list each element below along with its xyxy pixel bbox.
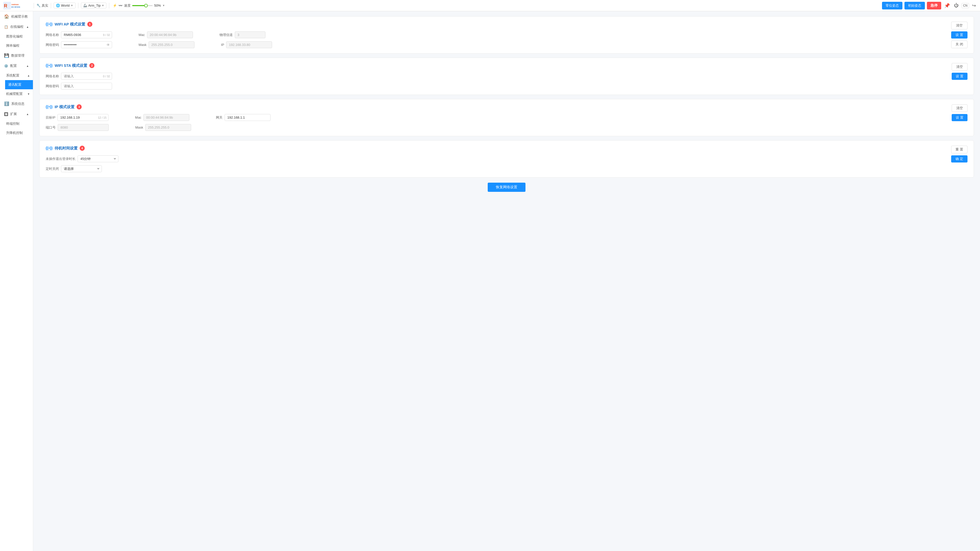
sidebar-sub-system: 通讯配置: [3, 80, 33, 89]
standby-timer-col: 定时关闭 请选择: [46, 165, 102, 172]
sidebar-item-mechanical-demo[interactable]: 🏠 机械臂示教: [0, 11, 33, 22]
wifi-ap-name-wrap: 9 / 32: [61, 32, 112, 38]
standby-title: ((•)) 待机时间设置 4: [46, 146, 945, 151]
sidebar-item-terminal[interactable]: 终端控制: [3, 119, 33, 128]
mode-selector[interactable]: 🔧 真实: [37, 3, 48, 8]
language-selector[interactable]: CN: [962, 3, 969, 8]
wifi-sta-row1: 网络名称 0 / 32: [46, 73, 945, 79]
wifi-ap-ip-col: IP: [221, 41, 272, 48]
wifi-sta-row2: 网络密码: [46, 83, 945, 89]
ip-mode-gateway-col: 网关: [216, 114, 270, 121]
wifi-ap-clear-button[interactable]: 清空: [951, 22, 967, 29]
wifi-ap-name-input[interactable]: [61, 32, 112, 38]
sidebar-item-expand[interactable]: 🔲 扩展 ▲: [0, 109, 33, 119]
sidebar-item-system-config[interactable]: 系统配置 ▲: [3, 71, 33, 80]
ip-mode-target-wrap: 12 / 15: [57, 114, 108, 121]
standby-timer-select[interactable]: 请选择: [61, 165, 102, 172]
wifi-sta-clear-button[interactable]: 清空: [952, 63, 967, 71]
wifi-sta-title: ((•)) WIFI STA 模式设置 2: [46, 63, 945, 68]
sidebar-item-config[interactable]: ⚙️ 配置 ▲: [0, 61, 33, 71]
expand-arrow-icon: ▲: [26, 113, 29, 116]
wifi-sta-name-wrap: 0 / 32: [61, 73, 112, 79]
ip-mode-set-button[interactable]: 设 置: [952, 114, 967, 121]
wifi-ap-pwd-col: 网络密码 👁: [46, 41, 112, 48]
sidebar-item-data-management[interactable]: 💾 数据管理: [0, 50, 33, 61]
mode-icon: 🔧: [37, 3, 41, 7]
wifi-ap-ip-label: IP: [221, 43, 224, 47]
speed-slider[interactable]: [132, 5, 153, 6]
ip-mode-port-label: 端口号: [46, 125, 56, 130]
topbar: R realman 睿尔曼智能 🔧 真实 🌐 World ▼ 🦾 Arm_Tip…: [0, 0, 980, 11]
sidebar-label-lift: 升降机控制: [6, 130, 23, 135]
wifi-sta-pwd-input[interactable]: [61, 83, 112, 89]
wifi-sta-header: ((•)) WIFI STA 模式设置 2 网络名称 0 / 32: [46, 63, 967, 89]
sidebar-label-mechanical-config: 机械臂配置: [6, 92, 23, 96]
zero-pose-button[interactable]: 零位姿态: [882, 2, 902, 10]
world-arrow-icon: ▼: [71, 4, 73, 7]
sidebar-item-online-programming[interactable]: 📋 在线编程 ▲: [0, 22, 33, 32]
standby-section: ((•)) 待机时间设置 4 未操作退出登录时长 45分钟 30分钟 60分钟 …: [39, 140, 974, 178]
wifi-ap-mac-input: [147, 32, 193, 38]
wifi-sta-actions: 清空 设 置: [952, 63, 967, 80]
wifi-ap-title: ((•)) WIFI AP 模式设置 1: [46, 22, 945, 27]
eye-toggle-icon[interactable]: 👁: [107, 43, 110, 47]
sidebar-item-script[interactable]: 脚本编程: [3, 41, 33, 50]
sidebar-item-system-info[interactable]: ℹ️ 系统信息: [0, 98, 33, 109]
pin-icon[interactable]: 📌: [943, 2, 951, 9]
svg-text:realman: realman: [11, 3, 19, 6]
sidebar-item-graphical[interactable]: 图形化编程: [3, 32, 33, 41]
sidebar-label-system-config: 系统配置: [6, 73, 19, 78]
standby-logout-col: 未操作退出登录时长 45分钟 30分钟 60分钟 永不: [46, 156, 118, 162]
sidebar-item-comm-config[interactable]: 通讯配置: [5, 80, 33, 89]
topbar-sep3: [78, 3, 78, 8]
standby-title-text: 待机时间设置: [55, 146, 78, 151]
ip-mode-target-input[interactable]: [57, 114, 108, 121]
arm-tip-selector[interactable]: 🦾 Arm_Tip ▼: [81, 3, 107, 8]
emergency-stop-button[interactable]: 急停: [927, 2, 941, 10]
speed-icon: ⚡: [113, 3, 117, 7]
wifi-sta-icon: ((•)): [46, 63, 52, 68]
ip-mode-section: ((•)) IP 模式设置 3 目标IP 12 / 15: [39, 99, 974, 136]
sidebar: 🏠 机械臂示教 📋 在线编程 ▲ 图形化编程 脚本编程 💾 数据管理 ⚙️: [0, 11, 33, 551]
mode-label: 真实: [41, 3, 48, 8]
config-icon: ⚙️: [4, 64, 8, 68]
power-icon[interactable]: ⏻: [953, 2, 959, 9]
restore-network-button[interactable]: 恢复网络设置: [488, 183, 525, 192]
sidebar-label-graphical: 图形化编程: [6, 34, 23, 39]
standby-header: ((•)) 待机时间设置 4 未操作退出登录时长 45分钟 30分钟 60分钟 …: [46, 146, 967, 172]
wifi-ap-close-button[interactable]: 关 闭: [951, 41, 967, 48]
sidebar-item-mechanical-config[interactable]: 机械臂配置 ▼: [3, 89, 33, 98]
sidebar-item-lift[interactable]: 升降机控制: [3, 128, 33, 138]
logout-icon[interactable]: ↪: [971, 2, 977, 9]
standby-fields: ((•)) 待机时间设置 4 未操作退出登录时长 45分钟 30分钟 60分钟 …: [46, 146, 945, 172]
init-pose-button[interactable]: 初始姿态: [904, 2, 925, 10]
wifi-ap-set-button[interactable]: 设 置: [951, 32, 967, 38]
wifi-ap-row2: 网络密码 👁 Mask IP: [46, 41, 945, 48]
standby-confirm-button[interactable]: 确 定: [951, 156, 967, 162]
sidebar-label-terminal: 终端控制: [6, 121, 19, 126]
standby-logout-select[interactable]: 45分钟 30分钟 60分钟 永不: [78, 156, 118, 162]
speed-dropdown-icon[interactable]: ▼: [162, 4, 165, 7]
ip-mode-clear-button[interactable]: 清空: [952, 104, 967, 112]
ip-mode-mask-col: Mask: [135, 124, 191, 131]
ip-mode-row2: 端口号 Mask: [46, 124, 945, 131]
wifi-sta-set-button[interactable]: 设 置: [952, 73, 967, 80]
wifi-sta-fields: ((•)) WIFI STA 模式设置 2 网络名称 0 / 32: [46, 63, 945, 89]
ip-mode-gateway-label: 网关: [216, 115, 223, 120]
wifi-sta-name-input[interactable]: [61, 73, 112, 79]
wifi-ap-pwd-input[interactable]: [61, 41, 112, 48]
standby-reset-button[interactable]: 重 置: [951, 146, 967, 153]
world-selector[interactable]: 🌐 World ▼: [54, 3, 76, 8]
wifi-ap-icon: ((•)): [46, 22, 52, 27]
arm-tip-icon: 🦾: [83, 3, 87, 7]
wifi-ap-name-label: 网络名称: [46, 33, 59, 37]
speed-control: ⚡ 〰️ 速度 50% ▼: [113, 3, 165, 8]
sidebar-sub-config: 系统配置 ▲ 通讯配置 机械臂配置 ▼: [0, 71, 33, 98]
ip-mode-gateway-input[interactable]: [224, 114, 270, 121]
home-icon: 🏠: [4, 14, 9, 19]
speed-slider-thumb[interactable]: [144, 4, 148, 7]
ip-mode-title: ((•)) IP 模式设置 3: [46, 104, 945, 110]
sidebar-label-data-management: 数据管理: [11, 53, 24, 58]
layout: 🏠 机械臂示教 📋 在线编程 ▲ 图形化编程 脚本编程 💾 数据管理 ⚙️: [0, 11, 980, 551]
ip-mode-port-col: 端口号: [46, 124, 109, 131]
